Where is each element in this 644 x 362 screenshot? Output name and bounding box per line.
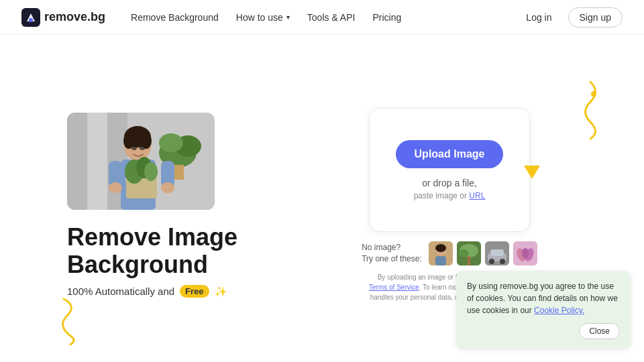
nav-link-pricing[interactable]: Pricing (366, 8, 408, 27)
sample-thumb-car[interactable] (485, 241, 509, 265)
drop-text: or drop a file, (422, 178, 477, 188)
cookie-close-row: Close (467, 323, 620, 339)
svg-rect-13 (173, 165, 184, 180)
svg-rect-33 (435, 256, 446, 265)
login-button[interactable]: Log in (517, 8, 561, 27)
url-link[interactable]: URL (469, 191, 485, 200)
squiggle-top-right-decoration (550, 75, 604, 145)
svg-rect-6 (67, 113, 87, 210)
navbar: remove.bg Remove Background How to use T… (0, 0, 644, 35)
signup-button[interactable]: Sign up (568, 7, 623, 27)
svg-rect-40 (490, 249, 504, 256)
cookie-text: By using remove.bg you agree to the use … (467, 280, 620, 316)
no-image-text: No image? Try one of these: (362, 242, 422, 265)
svg-point-42 (500, 259, 505, 264)
svg-point-36 (458, 249, 469, 257)
svg-point-2 (29, 18, 33, 22)
nav-link-how-to-use[interactable]: How to use (229, 8, 297, 27)
nav-actions: Log in Sign up (517, 7, 623, 27)
sample-images-row: No image? Try one of these: (362, 241, 537, 265)
hero-caption: Remove Image Background 100% Automatical… (67, 223, 268, 298)
hero-title: Remove Image Background (67, 223, 268, 279)
sample-thumb-product[interactable] (513, 241, 537, 265)
free-badge: Free (180, 285, 209, 298)
hero-subtitle: 100% Automatically and Free ✨ (67, 285, 268, 298)
cookie-policy-link[interactable]: Cookie Policy. (534, 306, 584, 315)
svg-point-46 (522, 248, 529, 259)
cookie-banner: By using remove.bg you agree to the use … (456, 271, 631, 349)
upload-image-button[interactable]: Upload Image (396, 140, 504, 168)
svg-point-16 (123, 133, 134, 149)
squiggle-bottom-left-decoration (40, 292, 87, 349)
svg-point-27 (144, 162, 158, 181)
cookie-close-button[interactable]: Close (579, 323, 620, 339)
svg-rect-37 (468, 256, 470, 265)
svg-point-22 (161, 182, 174, 193)
svg-rect-7 (87, 113, 107, 210)
sample-thumb-nature[interactable] (457, 241, 481, 265)
svg-point-29 (140, 146, 145, 150)
svg-point-41 (489, 259, 494, 264)
logo[interactable]: remove.bg (21, 8, 105, 27)
sample-thumb-person[interactable] (429, 241, 453, 265)
nav-link-tools-api[interactable]: Tools & API (301, 8, 362, 27)
svg-point-28 (131, 146, 137, 150)
tos-link[interactable]: Terms of Service (369, 284, 419, 291)
triangle-decoration (524, 166, 540, 182)
sparkle-icon: ✨ (215, 286, 227, 298)
svg-marker-4 (524, 166, 540, 179)
upload-dropzone[interactable]: Upload Image or drop a file, paste image… (369, 108, 530, 232)
logo-text: remove.bg (44, 10, 105, 24)
nav-links: Remove Background How to use Tools & API… (124, 8, 517, 27)
svg-point-3 (591, 91, 596, 97)
svg-point-12 (159, 133, 183, 152)
svg-point-21 (109, 182, 122, 193)
logo-icon (21, 8, 40, 27)
svg-point-32 (435, 244, 446, 252)
hero-image (67, 113, 215, 210)
nav-link-remove-background[interactable]: Remove Background (124, 8, 225, 27)
left-panel: Remove Image Background 100% Automatical… (67, 113, 268, 298)
paste-text: paste image or URL (414, 191, 486, 200)
